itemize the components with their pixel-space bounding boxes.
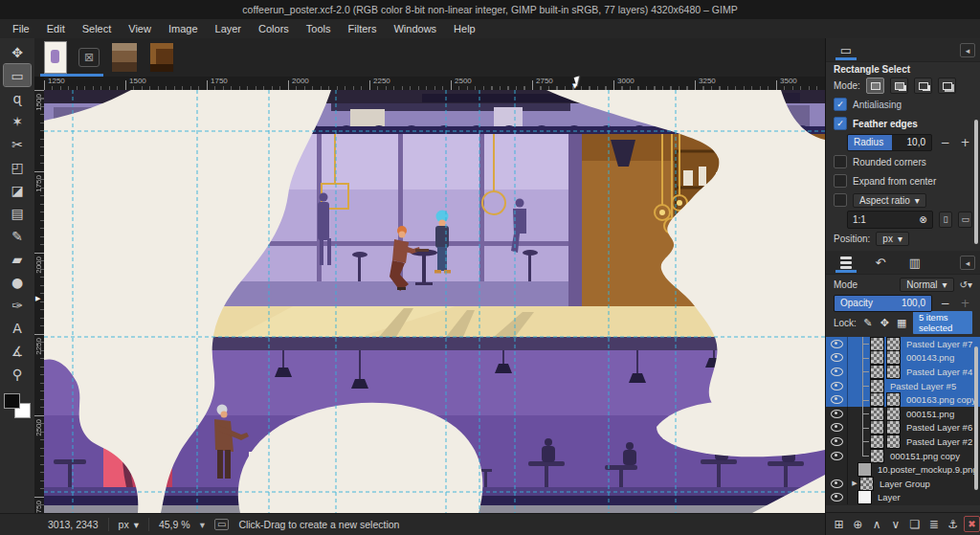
- layer-row[interactable]: Pasted Layer #2: [826, 435, 980, 449]
- fixed-checkbox[interactable]: [834, 193, 847, 207]
- new-layer-button[interactable]: ⊞: [831, 516, 847, 533]
- menu-filters[interactable]: Filters: [340, 21, 386, 36]
- image-tab-2-thumbnail[interactable]: [111, 42, 138, 73]
- free-select-tool-icon[interactable]: ɋ: [4, 87, 31, 109]
- layer-thumbnail[interactable]: [870, 392, 884, 407]
- visibility-cell[interactable]: [826, 392, 848, 407]
- layer-name[interactable]: 000143.png: [906, 352, 954, 363]
- layer-row[interactable]: Pasted Layer #5: [826, 379, 980, 393]
- layers-tab[interactable]: [834, 253, 858, 272]
- layer-name[interactable]: Layer Group: [880, 479, 930, 489]
- layer-thumbnail[interactable]: [886, 337, 901, 351]
- clear-input-icon[interactable]: ⊗: [919, 214, 926, 225]
- lock-alpha-icon[interactable]: ▦: [896, 317, 907, 329]
- layer-name[interactable]: Pasted Layer #6: [906, 422, 972, 433]
- layer-row[interactable]: ▶Layer Group: [826, 477, 980, 491]
- layer-name[interactable]: 10.poster_mockup.9.png: [878, 464, 978, 475]
- layer-row[interactable]: 000151.png copy: [826, 449, 980, 463]
- antialiasing-row[interactable]: ✓ Antialiasing: [826, 95, 980, 114]
- visibility-cell[interactable]: [826, 407, 848, 421]
- opacity-increase-button[interactable]: +: [958, 297, 972, 310]
- portrait-orientation-icon[interactable]: ▯: [939, 212, 953, 228]
- visibility-cell[interactable]: [826, 365, 848, 379]
- zoom-dropdown[interactable]: 45,9 %: [159, 519, 190, 530]
- landscape-orientation-icon[interactable]: ▭: [958, 212, 972, 228]
- menu-view[interactable]: View: [120, 21, 160, 36]
- raise-layer-button[interactable]: ∧: [869, 516, 885, 533]
- horizontal-ruler[interactable]: 1250150017502000225025002750300032503500: [44, 77, 825, 90]
- tool-options-tab[interactable]: ▭: [834, 40, 858, 59]
- layer-name[interactable]: Pasted Layer #5: [890, 381, 956, 391]
- expand-center-checkbox[interactable]: [834, 174, 847, 188]
- layer-thumbnail[interactable]: [870, 407, 884, 421]
- menu-help[interactable]: Help: [445, 21, 484, 36]
- layer-thumbnail[interactable]: [858, 462, 872, 477]
- layer-row[interactable]: 000163.png copy: [826, 392, 980, 407]
- feather-checkbox[interactable]: ✓: [834, 117, 847, 130]
- menu-file[interactable]: File: [4, 21, 38, 36]
- paths-tool-icon[interactable]: ✑: [4, 294, 31, 316]
- anchor-layer-button[interactable]: ⚓: [945, 516, 961, 533]
- layer-name[interactable]: 000151.png: [906, 409, 954, 419]
- layer-thumbnail[interactable]: [886, 435, 901, 449]
- layer-thumbnail[interactable]: [870, 365, 884, 379]
- move-tool-icon[interactable]: ✥: [4, 41, 31, 63]
- feather-row[interactable]: ✓ Feather edges: [826, 114, 980, 133]
- layer-name[interactable]: 000151.png copy: [890, 451, 960, 461]
- menu-colors[interactable]: Colors: [250, 21, 298, 36]
- aspect-ratio-input[interactable]: 1:1 ⊗: [847, 211, 933, 229]
- layer-row[interactable]: 000143.png: [826, 351, 980, 366]
- visibility-cell[interactable]: [826, 379, 848, 393]
- expand-center-row[interactable]: Expand from center: [826, 171, 980, 190]
- layer-mode-dropdown[interactable]: Normal ▾: [900, 278, 953, 292]
- unit-dropdown[interactable]: px ▾: [119, 519, 139, 530]
- rounded-corners-checkbox[interactable]: [834, 155, 847, 168]
- visibility-cell[interactable]: [826, 435, 848, 449]
- duplicate-layer-button[interactable]: ❏: [906, 516, 923, 533]
- paintbrush-tool-icon[interactable]: ✎: [4, 225, 31, 247]
- layer-thumbnail[interactable]: [870, 379, 884, 393]
- layer-thumbnail[interactable]: [870, 337, 884, 351]
- layer-thumbnail[interactable]: [886, 365, 901, 379]
- layer-thumbnail[interactable]: [859, 477, 874, 491]
- layer-row[interactable]: Pasted Layer #4: [826, 365, 980, 379]
- bucket-fill-tool-icon[interactable]: ◪: [4, 179, 31, 201]
- layer-thumbnail[interactable]: [870, 350, 884, 365]
- merge-layer-button[interactable]: ≣: [925, 516, 942, 533]
- text-tool-icon[interactable]: A: [4, 317, 31, 339]
- menu-image[interactable]: Image: [160, 21, 207, 36]
- new-group-button[interactable]: ⊕: [850, 516, 866, 533]
- pointer-tab[interactable]: ▥: [902, 253, 927, 272]
- visibility-cell[interactable]: [826, 491, 848, 505]
- layer-thumbnail[interactable]: [870, 420, 884, 435]
- opacity-decrease-button[interactable]: −: [938, 297, 952, 310]
- visibility-cell[interactable]: [826, 351, 848, 366]
- radius-decrease-button[interactable]: −: [938, 136, 952, 149]
- lock-pixels-icon[interactable]: ✎: [862, 317, 874, 329]
- layer-row[interactable]: 10.poster_mockup.9.png: [826, 462, 980, 477]
- canvas[interactable]: [44, 90, 825, 513]
- visibility-cell[interactable]: [826, 462, 848, 477]
- mode-replace-icon[interactable]: [866, 78, 884, 94]
- visibility-cell[interactable]: [826, 337, 848, 351]
- layer-thumbnail[interactable]: [886, 350, 901, 365]
- layer-name[interactable]: 000163.png copy: [906, 394, 976, 405]
- dock-menu-icon[interactable]: ◂: [960, 256, 975, 270]
- foreground-color-swatch[interactable]: [4, 393, 20, 409]
- zoom-chevron-icon[interactable]: ▾: [200, 519, 205, 530]
- visibility-cell[interactable]: [826, 449, 848, 463]
- layer-name[interactable]: Layer: [878, 492, 901, 502]
- layer-name[interactable]: Pasted Layer #4: [906, 367, 972, 377]
- opacity-slider[interactable]: Opacity 100,0: [834, 295, 932, 312]
- layer-thumbnail[interactable]: [870, 449, 884, 463]
- window-titlebar[interactable]: coffeerun_poster.xcf-2.0 (RGB color 8-bi…: [0, 0, 980, 19]
- position-unit-dropdown[interactable]: px ▾: [876, 232, 909, 246]
- mode-intersect-icon[interactable]: [938, 78, 956, 94]
- layer-thumbnail[interactable]: [858, 490, 872, 504]
- rectangle-select-tool-icon[interactable]: ▭: [4, 64, 31, 86]
- crop-tool-icon[interactable]: ✂: [4, 133, 31, 155]
- layer-row[interactable]: Layer: [826, 491, 980, 505]
- color-swatches[interactable]: [4, 393, 31, 418]
- visibility-cell[interactable]: [826, 477, 848, 491]
- layer-name[interactable]: Pasted Layer #7: [906, 339, 972, 349]
